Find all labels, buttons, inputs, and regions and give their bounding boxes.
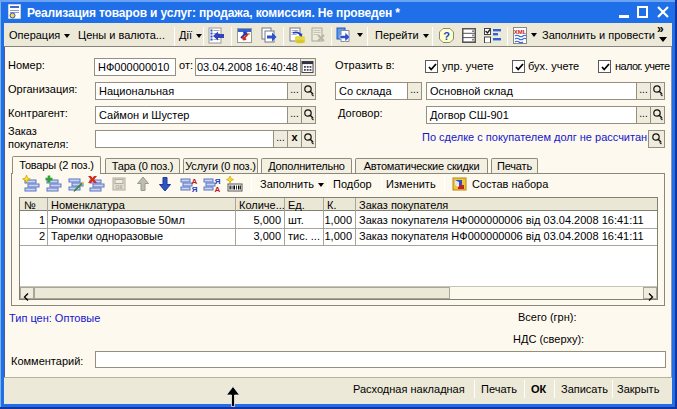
svg-text:?: ? <box>443 30 450 42</box>
svg-text:XML: XML <box>514 29 527 35</box>
svg-text:А: А <box>215 185 221 193</box>
svg-text:ОК: ОК <box>115 184 123 190</box>
svg-text:Я: Я <box>192 185 198 193</box>
